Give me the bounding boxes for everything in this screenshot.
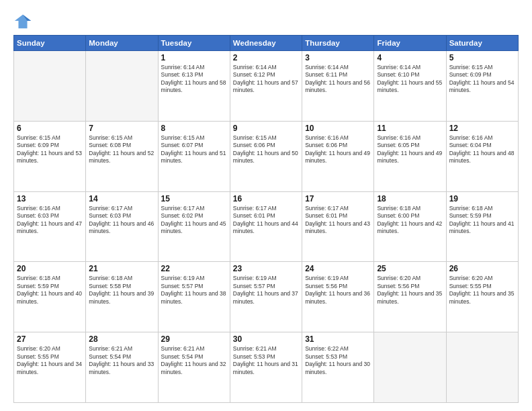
calendar-cell: 4Sunrise: 6:14 AM Sunset: 6:10 PM Daylig… [374,51,446,122]
cell-info: Sunrise: 6:16 AM Sunset: 6:03 PM Dayligh… [17,205,83,236]
day-number: 29 [161,334,227,344]
calendar-cell [446,332,518,403]
cell-info: Sunrise: 6:21 AM Sunset: 5:54 PM Dayligh… [89,345,154,376]
logo-icon [13,12,32,31]
calendar-cell: 6Sunrise: 6:15 AM Sunset: 6:09 PM Daylig… [14,121,86,191]
calendar-cell: 29Sunrise: 6:21 AM Sunset: 5:54 PM Dayli… [158,332,230,403]
cell-info: Sunrise: 6:18 AM Sunset: 5:59 PM Dayligh… [17,275,83,306]
day-number: 14 [89,194,154,203]
cell-info: Sunrise: 6:16 AM Sunset: 6:06 PM Dayligh… [305,134,371,165]
col-header-wednesday: Wednesday [230,36,302,51]
day-number: 8 [161,124,227,133]
calendar-cell: 16Sunrise: 6:17 AM Sunset: 6:01 PM Dayli… [230,191,302,262]
day-number: 3 [305,53,371,62]
calendar-cell: 7Sunrise: 6:15 AM Sunset: 6:08 PM Daylig… [86,121,158,191]
calendar-header-row: SundayMondayTuesdayWednesdayThursdayFrid… [14,36,519,51]
day-number: 26 [449,264,515,273]
cell-info: Sunrise: 6:15 AM Sunset: 6:09 PM Dayligh… [449,64,515,95]
day-number: 23 [233,264,299,273]
day-number: 10 [305,124,371,133]
calendar-cell: 17Sunrise: 6:17 AM Sunset: 6:01 PM Dayli… [302,191,374,262]
day-number: 20 [17,264,83,273]
col-header-saturday: Saturday [446,36,518,51]
cell-info: Sunrise: 6:18 AM Sunset: 5:59 PM Dayligh… [449,205,515,236]
calendar-cell: 22Sunrise: 6:19 AM Sunset: 5:57 PM Dayli… [158,262,230,332]
calendar-table: SundayMondayTuesdayWednesdayThursdayFrid… [13,35,519,403]
calendar-week-4: 20Sunrise: 6:18 AM Sunset: 5:59 PM Dayli… [14,262,519,332]
col-header-friday: Friday [374,36,446,51]
day-number: 12 [449,124,515,133]
header [13,12,519,31]
cell-info: Sunrise: 6:18 AM Sunset: 5:58 PM Dayligh… [89,275,154,306]
cell-info: Sunrise: 6:19 AM Sunset: 5:56 PM Dayligh… [305,275,371,306]
calendar-cell: 18Sunrise: 6:18 AM Sunset: 6:00 PM Dayli… [374,191,446,262]
cell-info: Sunrise: 6:22 AM Sunset: 5:53 PM Dayligh… [305,345,371,376]
day-number: 25 [377,264,443,273]
cell-info: Sunrise: 6:16 AM Sunset: 6:05 PM Dayligh… [377,134,443,165]
cell-info: Sunrise: 6:19 AM Sunset: 5:57 PM Dayligh… [233,275,299,306]
day-number: 24 [305,264,371,273]
cell-info: Sunrise: 6:14 AM Sunset: 6:11 PM Dayligh… [305,64,371,95]
day-number: 6 [17,124,83,133]
calendar-cell: 24Sunrise: 6:19 AM Sunset: 5:56 PM Dayli… [302,262,374,332]
calendar-cell: 26Sunrise: 6:20 AM Sunset: 5:55 PM Dayli… [446,262,518,332]
calendar-cell [14,51,86,122]
calendar-week-1: 1Sunrise: 6:14 AM Sunset: 6:13 PM Daylig… [14,51,519,122]
calendar-cell: 15Sunrise: 6:17 AM Sunset: 6:02 PM Dayli… [158,191,230,262]
day-number: 16 [233,194,299,203]
day-number: 1 [161,53,227,62]
day-number: 31 [305,334,371,344]
calendar-cell: 2Sunrise: 6:14 AM Sunset: 6:12 PM Daylig… [230,51,302,122]
calendar-week-2: 6Sunrise: 6:15 AM Sunset: 6:09 PM Daylig… [14,121,519,191]
calendar-cell: 20Sunrise: 6:18 AM Sunset: 5:59 PM Dayli… [14,262,86,332]
cell-info: Sunrise: 6:17 AM Sunset: 6:02 PM Dayligh… [161,205,227,236]
day-number: 22 [161,264,227,273]
calendar-cell: 3Sunrise: 6:14 AM Sunset: 6:11 PM Daylig… [302,51,374,122]
calendar-week-3: 13Sunrise: 6:16 AM Sunset: 6:03 PM Dayli… [14,191,519,262]
cell-info: Sunrise: 6:14 AM Sunset: 6:13 PM Dayligh… [161,64,227,95]
cell-info: Sunrise: 6:19 AM Sunset: 5:57 PM Dayligh… [161,275,227,306]
cell-info: Sunrise: 6:15 AM Sunset: 6:06 PM Dayligh… [233,134,299,165]
calendar-cell: 1Sunrise: 6:14 AM Sunset: 6:13 PM Daylig… [158,51,230,122]
day-number: 7 [89,124,154,133]
logo [13,12,35,31]
day-number: 11 [377,124,443,133]
day-number: 30 [233,334,299,344]
col-header-tuesday: Tuesday [158,36,230,51]
day-number: 2 [233,53,299,62]
day-number: 17 [305,194,371,203]
cell-info: Sunrise: 6:17 AM Sunset: 6:01 PM Dayligh… [233,205,299,236]
day-number: 21 [89,264,154,273]
page: SundayMondayTuesdayWednesdayThursdayFrid… [0,0,532,411]
svg-marker-0 [15,15,31,29]
cell-info: Sunrise: 6:21 AM Sunset: 5:54 PM Dayligh… [161,345,227,376]
cell-info: Sunrise: 6:15 AM Sunset: 6:09 PM Dayligh… [17,134,83,165]
calendar-cell: 14Sunrise: 6:17 AM Sunset: 6:03 PM Dayli… [86,191,158,262]
day-number: 9 [233,124,299,133]
calendar-cell: 19Sunrise: 6:18 AM Sunset: 5:59 PM Dayli… [446,191,518,262]
cell-info: Sunrise: 6:15 AM Sunset: 6:08 PM Dayligh… [89,134,154,165]
calendar-cell: 12Sunrise: 6:16 AM Sunset: 6:04 PM Dayli… [446,121,518,191]
day-number: 27 [17,334,83,344]
cell-info: Sunrise: 6:20 AM Sunset: 5:56 PM Dayligh… [377,275,443,306]
calendar-cell: 23Sunrise: 6:19 AM Sunset: 5:57 PM Dayli… [230,262,302,332]
calendar-cell [374,332,446,403]
calendar-cell: 25Sunrise: 6:20 AM Sunset: 5:56 PM Dayli… [374,262,446,332]
calendar-cell: 31Sunrise: 6:22 AM Sunset: 5:53 PM Dayli… [302,332,374,403]
cell-info: Sunrise: 6:17 AM Sunset: 6:03 PM Dayligh… [89,205,154,236]
cell-info: Sunrise: 6:18 AM Sunset: 6:00 PM Dayligh… [377,205,443,236]
day-number: 5 [449,53,515,62]
cell-info: Sunrise: 6:15 AM Sunset: 6:07 PM Dayligh… [161,134,227,165]
calendar-cell: 8Sunrise: 6:15 AM Sunset: 6:07 PM Daylig… [158,121,230,191]
calendar-cell: 11Sunrise: 6:16 AM Sunset: 6:05 PM Dayli… [374,121,446,191]
day-number: 13 [17,194,83,203]
calendar-cell: 30Sunrise: 6:21 AM Sunset: 5:53 PM Dayli… [230,332,302,403]
cell-info: Sunrise: 6:20 AM Sunset: 5:55 PM Dayligh… [17,345,83,376]
col-header-thursday: Thursday [302,36,374,51]
cell-info: Sunrise: 6:14 AM Sunset: 6:12 PM Dayligh… [233,64,299,95]
col-header-sunday: Sunday [14,36,86,51]
day-number: 4 [377,53,443,62]
cell-info: Sunrise: 6:16 AM Sunset: 6:04 PM Dayligh… [449,134,515,165]
calendar-week-5: 27Sunrise: 6:20 AM Sunset: 5:55 PM Dayli… [14,332,519,403]
cell-info: Sunrise: 6:21 AM Sunset: 5:53 PM Dayligh… [233,345,299,376]
